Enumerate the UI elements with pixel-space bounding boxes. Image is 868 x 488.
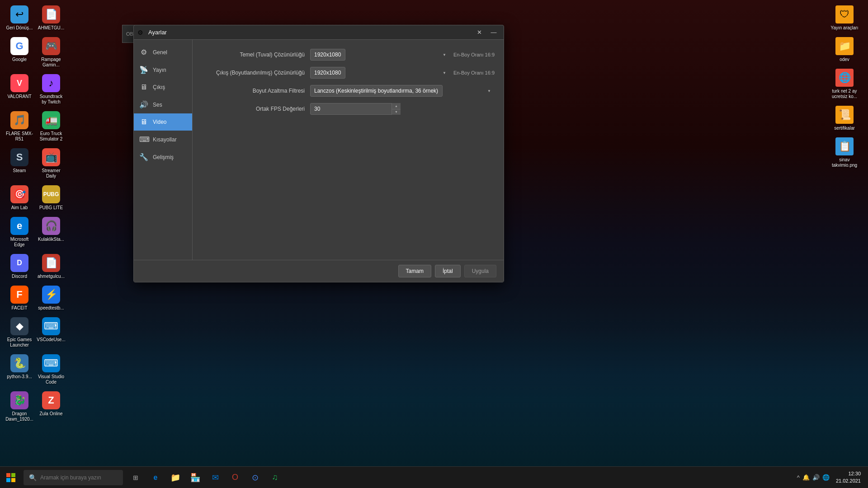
video-icon: 🖥 bbox=[139, 118, 148, 126]
taskbar-office[interactable]: O bbox=[226, 469, 244, 487]
taskbar: 🔍 ⊞ e 📁 🏪 ✉ O ⊙ ♫ ^ 🔔 🔊 🌐 12:30 21.02.20… bbox=[0, 466, 868, 488]
desktop-icon-sertifika[interactable]: 📜 sertifikalar bbox=[826, 104, 863, 133]
start-button[interactable] bbox=[0, 467, 22, 488]
cikis-control: 868x488 En-Boy Oranı 16:9 bbox=[310, 67, 495, 79]
desktop-icon-streamer[interactable]: 📺 Streamer Daily bbox=[35, 146, 67, 181]
taskbar-clock[interactable]: 12:30 21.02.2021 bbox=[832, 470, 864, 484]
taskbar-edge[interactable]: e bbox=[146, 469, 165, 487]
ses-icon: 🔊 bbox=[139, 100, 148, 109]
dialog-body: ⚙ Genel 📡 Yayın 🖥 Çıkış 🔊 Ses 🖥 Video ⌨ bbox=[134, 40, 504, 260]
dialog-settings-icon: ⚙ bbox=[137, 29, 145, 36]
desktop-icon-dragon[interactable]: 🐉 Dragon Dawn_1920... bbox=[4, 389, 35, 424]
desktop-icon-pubg[interactable]: PUBG PUBG LITE bbox=[35, 183, 67, 212]
svg-rect-3 bbox=[11, 478, 15, 482]
fps-input-wrapper: ▲ ▼ bbox=[310, 103, 401, 115]
desktop-icon-turknet[interactable]: 🌐 turk net 2 ay ucretsiz ko... bbox=[826, 67, 863, 101]
desktop-icon-soundtrack[interactable]: ♪ Soundtrack by Twitch bbox=[35, 72, 67, 107]
desktop-icon-epic[interactable]: ◆ Epic Games Launcher bbox=[4, 315, 35, 350]
dialog-titlebar: ⚙ Ayarlar ✕ — bbox=[134, 25, 504, 40]
settings-row-temel: Temel (Tuval) Çözünürlüğü 868x488 En-B… bbox=[202, 49, 495, 61]
taskbar-explorer[interactable]: 📁 bbox=[166, 469, 184, 487]
nav-item-genel[interactable]: ⚙ Genel bbox=[134, 43, 192, 61]
cikis-select-wrapper: 868x488 bbox=[310, 67, 450, 79]
settings-dialog: ⚙ Ayarlar ✕ — ⚙ Genel 📡 Yayın 🖥 Çıkış 🔊 bbox=[133, 25, 504, 282]
taskbar-task-view[interactable]: ⊞ bbox=[127, 469, 145, 487]
fps-spin-buttons: ▲ ▼ bbox=[392, 103, 401, 115]
kisayollar-icon: ⌨ bbox=[139, 135, 148, 144]
nav-item-yayin[interactable]: 📡 Yayın bbox=[134, 61, 192, 79]
taskbar-mail[interactable]: ✉ bbox=[206, 469, 224, 487]
desktop-icon-discord[interactable]: D Discord bbox=[4, 252, 35, 281]
dialog-footer: Tamam İptal Uygula bbox=[134, 260, 504, 282]
desktop-icon-sinav[interactable]: 📋 sinav takvimio.png bbox=[826, 136, 863, 170]
temel-control: 868x488 En-Boy Oranı 16:9 bbox=[310, 49, 495, 61]
taskbar-system-tray: ^ 🔔 🔊 🌐 12:30 21.02.2021 bbox=[795, 470, 868, 484]
settings-row-cikis: Çıkış (Boyutlandırılmış) Çözünürlüğü 192… bbox=[202, 67, 495, 79]
taskbar-app-icons: ⊞ e 📁 🏪 ✉ O ⊙ ♫ bbox=[127, 469, 284, 487]
desktop-icon-rampage[interactable]: 🎮 Rampage Gamin... bbox=[35, 35, 67, 70]
settings-nav: ⚙ Genel 📡 Yayın 🖥 Çıkış 🔊 Ses 🖥 Video ⌨ bbox=[134, 40, 193, 260]
desktop-icon-odev[interactable]: 📁 odev bbox=[826, 35, 863, 64]
apply-button[interactable]: Uygula bbox=[464, 265, 496, 277]
tray-up-arrow[interactable]: ^ bbox=[797, 474, 800, 481]
tray-network[interactable]: 🌐 bbox=[822, 474, 830, 481]
desktop-icon-aimlab[interactable]: 🎯 Aim Lab bbox=[4, 183, 35, 212]
desktop-icon-edge[interactable]: e Microsoft Edge bbox=[4, 215, 35, 249]
svg-rect-0 bbox=[6, 473, 10, 477]
desktop-icon-vstudio[interactable]: ⌨ Visual Studio Code bbox=[35, 352, 67, 387]
taskbar-chrome[interactable]: ⊙ bbox=[246, 469, 264, 487]
desktop-icon-google[interactable]: G Google bbox=[4, 35, 35, 64]
boyut-select[interactable]: Lanczos (Keskinleştirilmiş boyutlandırma… bbox=[310, 85, 443, 97]
nav-item-video[interactable]: 🖥 Video bbox=[134, 113, 192, 131]
desktop-icon-geri[interactable]: ↩ Geri Dönüş... bbox=[4, 4, 35, 33]
tray-volume[interactable]: 🔊 bbox=[812, 474, 820, 481]
nav-item-cikis[interactable]: 🖥 Çıkış bbox=[134, 79, 192, 96]
fps-spin-down[interactable]: ▼ bbox=[392, 109, 401, 115]
nav-item-gelismis[interactable]: 🔧 Gelişmiş bbox=[134, 148, 192, 166]
cancel-button[interactable]: İptal bbox=[435, 265, 461, 277]
tray-notification[interactable]: 🔔 bbox=[802, 474, 810, 481]
fps-input[interactable] bbox=[310, 103, 401, 115]
dialog-close-button[interactable]: ✕ bbox=[473, 27, 486, 38]
ok-button[interactable]: Tamam bbox=[398, 265, 431, 277]
desktop-icon-steam[interactable]: S Steam bbox=[4, 146, 35, 175]
desktop-icon-yayin[interactable]: 🛡 Yayın araçları bbox=[826, 4, 863, 33]
cikis-icon: 🖥 bbox=[139, 83, 148, 91]
cikis-badge: En-Boy Oranı 16:9 bbox=[453, 70, 495, 75]
fps-control: ▲ ▼ bbox=[310, 103, 495, 115]
settings-row-fps: Ortak FPS Değerleri ▲ ▼ bbox=[202, 103, 495, 115]
desktop-icon-euro[interactable]: 🚛 Euro Truck Simulator 2 bbox=[35, 109, 67, 144]
desktop-icon-vscode-user[interactable]: ⌨ VSCodeUse... bbox=[35, 315, 67, 344]
taskbar-spotify[interactable]: ♫ bbox=[266, 469, 284, 487]
boyut-control: Lanczos (Keskinleştirilmiş boyutlandırma… bbox=[310, 85, 495, 97]
taskbar-tray-icons: ^ 🔔 🔊 🌐 bbox=[795, 474, 831, 481]
nav-item-kisayollar[interactable]: ⌨ Kısayollar bbox=[134, 131, 192, 148]
nav-item-ses[interactable]: 🔊 Ses bbox=[134, 96, 192, 113]
desktop-icon-python[interactable]: 🐍 python-3.9... bbox=[4, 352, 35, 381]
fps-spin-up[interactable]: ▲ bbox=[392, 103, 401, 109]
dialog-controls: ✕ — bbox=[473, 27, 500, 38]
desktop-icon-speedtest[interactable]: ⚡ speedtestb... bbox=[35, 284, 67, 313]
desktop-icon-valorant[interactable]: V VALORANT bbox=[4, 72, 35, 101]
desktop-icon-faceit[interactable]: F FACEIT bbox=[4, 284, 35, 313]
desktop-icon-zula[interactable]: Z Zula Online bbox=[35, 389, 67, 418]
taskbar-store[interactable]: 🏪 bbox=[186, 469, 204, 487]
yayin-icon: 📡 bbox=[139, 66, 148, 74]
temel-select-wrapper: 868x488 bbox=[310, 49, 450, 61]
desktop-icon-ahmetgu[interactable]: 📄 AHMETGU... bbox=[35, 4, 67, 33]
dialog-minimize-button[interactable]: — bbox=[487, 27, 500, 38]
svg-rect-2 bbox=[6, 478, 10, 482]
temel-select[interactable]: 868x488 bbox=[310, 49, 345, 61]
genel-icon: ⚙ bbox=[139, 48, 148, 56]
dialog-title: Ayarlar bbox=[148, 29, 473, 36]
desktop-icon-flare[interactable]: 🎵 FLARE SMX-R51 bbox=[4, 109, 35, 144]
boyut-select-wrapper: Lanczos (Keskinleştirilmiş boyutlandırma… bbox=[310, 85, 495, 97]
desktop-icon-kulaklik[interactable]: 🎧 KulaklikSta... bbox=[35, 215, 67, 244]
city-silhouette bbox=[0, 331, 868, 466]
svg-rect-1 bbox=[11, 473, 15, 477]
desktop-icons-right: 🛡 Yayın araçları 📁 odev 🌐 turk net 2 ay … bbox=[823, 0, 868, 176]
cikis-select[interactable]: 868x488 bbox=[310, 67, 345, 79]
search-input[interactable] bbox=[40, 474, 117, 481]
desktop-icon-ahmetgulcu[interactable]: 📄 ahmetgulcu... bbox=[35, 252, 67, 281]
taskbar-search-box[interactable]: 🔍 bbox=[24, 470, 123, 485]
